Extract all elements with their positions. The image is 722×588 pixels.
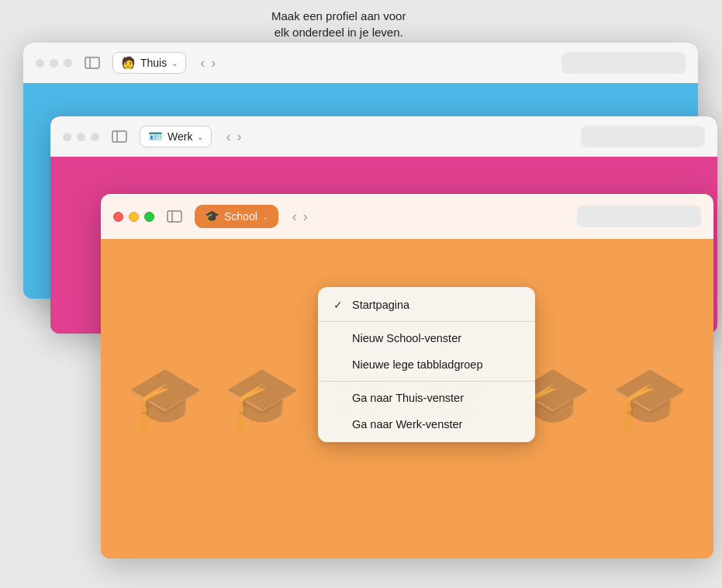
sidebar-toggle-werk[interactable] [109, 128, 130, 145]
watermark-cap-2: 🎓 [223, 362, 301, 435]
dropdown-divider-2 [318, 381, 535, 382]
maximize-button-werk[interactable] [91, 133, 99, 141]
dropdown-label-startpagina: Startpagina [352, 299, 409, 311]
minimize-button-thuis[interactable] [50, 59, 58, 67]
maximize-button-thuis[interactable] [64, 59, 72, 67]
svg-rect-2 [112, 131, 126, 142]
nav-arrows-thuis: ‹ › [199, 56, 217, 70]
forward-button-thuis[interactable]: › [209, 56, 217, 70]
dropdown-item-startpagina[interactable]: ✓ Startpagina [318, 292, 535, 318]
profile-button-thuis[interactable]: 🧑 Thuis ⌄ [112, 52, 186, 74]
sidebar-toggle-school[interactable] [164, 208, 185, 225]
back-button-thuis[interactable]: ‹ [199, 56, 206, 70]
school-content: 🎓 🎓 🎓 🎓 🎓 🎓 ✓ Startpagina Nieuw School-v… [101, 239, 713, 559]
profile-button-school[interactable]: 🎓 School ⌄ [195, 205, 278, 228]
profile-label-thuis: Thuis [140, 57, 167, 69]
traffic-lights-werk [63, 133, 99, 141]
nav-arrows-werk: ‹ › [224, 130, 243, 144]
search-bar-werk[interactable] [581, 126, 705, 147]
chevron-down-icon-werk: ⌄ [197, 133, 203, 141]
dropdown-label-nieuw-school-venster: Nieuw School-venster [352, 332, 461, 344]
dropdown-item-nieuw-school-venster[interactable]: Nieuw School-venster [318, 325, 535, 351]
chevron-down-icon: ⌄ [171, 59, 178, 67]
checkmark-icon: ✓ [333, 299, 346, 311]
search-bar-thuis[interactable] [561, 52, 686, 74]
profile-label-school: School [224, 210, 257, 223]
close-button-school[interactable] [113, 212, 123, 222]
dropdown-divider-1 [318, 321, 535, 322]
close-button-werk[interactable] [63, 133, 71, 141]
callout-line2: elk onderdeel in je leven. [275, 26, 403, 39]
titlebar-thuis: 🧑 Thuis ⌄ ‹ › [23, 43, 698, 83]
dropdown-item-nieuwe-lege-tabbladgroep[interactable]: Nieuwe lege tabbladgroep [318, 351, 535, 378]
watermark-cap-1: 🎓 [126, 362, 204, 435]
svg-rect-4 [168, 211, 181, 222]
chevron-down-icon-school: ⌄ [262, 213, 268, 221]
profile-dropdown-menu: ✓ Startpagina Nieuw School-venster Nieuw… [318, 287, 535, 442]
dropdown-label-ga-naar-thuis: Ga naar Thuis-venster [352, 392, 464, 404]
profile-label-werk: Werk [168, 130, 192, 143]
dropdown-item-ga-naar-werk[interactable]: Ga naar Werk-venster [318, 411, 535, 438]
traffic-lights-thuis [36, 59, 72, 67]
dropdown-label-ga-naar-werk: Ga naar Werk-venster [352, 418, 462, 431]
search-bar-school[interactable] [577, 206, 701, 227]
titlebar-school: 🎓 School ⌄ ‹ › [101, 194, 713, 239]
forward-button-school[interactable]: › [302, 209, 309, 223]
svg-rect-0 [85, 57, 99, 68]
titlebar-werk: 🪪 Werk ⌄ ‹ › [50, 116, 717, 157]
forward-button-werk[interactable]: › [235, 130, 243, 144]
callout-line1: Maak een profiel aan voor [271, 9, 406, 22]
minimize-button-werk[interactable] [77, 133, 85, 141]
sidebar-toggle-thuis[interactable] [81, 54, 103, 71]
dropdown-item-ga-naar-thuis[interactable]: Ga naar Thuis-venster [318, 385, 535, 411]
dropdown-label-nieuwe-lege-tabbladgroep: Nieuwe lege tabbladgroep [352, 358, 483, 371]
window-school: 🎓 School ⌄ ‹ › 🎓 🎓 🎓 🎓 🎓 🎓 ✓ Startpagina [101, 194, 713, 559]
profile-button-werk[interactable]: 🪪 Werk ⌄ [140, 126, 212, 147]
maximize-button-school[interactable] [144, 212, 154, 222]
nav-arrows-school: ‹ › [291, 209, 309, 223]
watermark-cap-6: 🎓 [611, 362, 689, 435]
minimize-button-school[interactable] [129, 212, 139, 222]
back-button-school[interactable]: ‹ [291, 209, 299, 223]
badge-icon: 🪪 [148, 130, 163, 144]
traffic-lights-school [113, 212, 154, 222]
graduation-cap-icon: 🎓 [205, 209, 219, 223]
close-button-thuis[interactable] [36, 59, 44, 67]
back-button-werk[interactable]: ‹ [224, 130, 232, 144]
person-icon: 🧑 [121, 56, 136, 70]
